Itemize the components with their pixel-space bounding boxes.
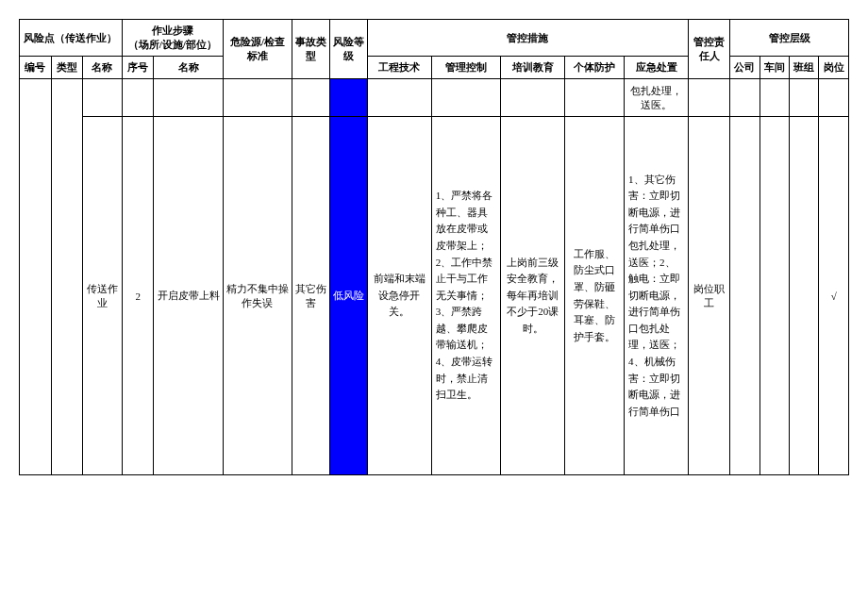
cell-name: 传送作业	[83, 117, 123, 475]
cell-seq: 2	[122, 117, 154, 475]
cell-team	[790, 117, 819, 475]
hdr-accident: 事故类型	[292, 20, 330, 79]
cell-emerg: 1、其它伤害：立即切断电源，进行简单伤口包扎处理，送医；2、触电：立即切断电源，…	[625, 117, 689, 475]
cell-eng-prev	[367, 79, 431, 117]
cell-mgmt: 1、严禁将各种工、器具放在皮带或皮带架上；2、工作中禁止干与工作无关事情；3、严…	[431, 117, 500, 475]
hdr-post: 岗位	[819, 57, 849, 79]
cell-train-prev	[501, 79, 565, 117]
hdr-control-level: 管控层级	[730, 20, 849, 57]
cell-co-prev	[730, 79, 760, 117]
hdr-train: 培训教育	[501, 57, 565, 79]
hdr-eng: 工程技术	[367, 57, 431, 79]
cell-num	[20, 79, 52, 475]
hdr-type: 类型	[51, 57, 83, 79]
cell-seq-prev	[122, 79, 154, 117]
risk-assessment-table: 风险点（传送作业） 作业步骤 （场所/设施/部位） 危险源/检查标准 事故类型 …	[19, 19, 849, 475]
hdr-mgmt: 管理控制	[431, 57, 500, 79]
cell-responsible: 岗位职工	[689, 117, 730, 475]
hdr-team: 班组	[790, 57, 819, 79]
hdr-emerg: 应急处置	[625, 57, 689, 79]
cell-accident: 其它伤害	[292, 117, 330, 475]
cell-accident-prev	[292, 79, 330, 117]
hdr-risk-level: 风险等级	[329, 20, 367, 79]
hdr-risk-point: 风险点（传送作业）	[20, 20, 123, 57]
cell-mgmt-prev	[431, 79, 500, 117]
cell-ws-prev	[760, 79, 789, 117]
cell-ppe-prev	[565, 79, 625, 117]
cell-company	[730, 117, 760, 475]
cell-post-prev	[819, 79, 849, 117]
cell-stepname-prev	[154, 79, 223, 117]
hdr-seq: 序号	[122, 57, 154, 79]
cell-team-prev	[790, 79, 819, 117]
hdr-company: 公司	[730, 57, 760, 79]
cell-post: √	[819, 117, 849, 475]
cell-train: 上岗前三级安全教育，每年再培训不少于20课时。	[501, 117, 565, 475]
hdr-name: 名称	[83, 57, 123, 79]
hdr-ppe: 个体防护	[565, 57, 625, 79]
hdr-stepname: 名称	[154, 57, 223, 79]
table-row-prev: 包扎处理，送医。	[20, 79, 849, 117]
cell-resp-prev	[689, 79, 730, 117]
cell-risk-level: 低风险	[329, 117, 367, 475]
hdr-hazard: 危险源/检查标准	[223, 20, 292, 79]
hdr-control-measures: 管控措施	[367, 20, 688, 57]
table-row: 传送作业 2 开启皮带上料 精力不集中操作失误 其它伤害 低风险 前端和末端设急…	[20, 117, 849, 475]
hdr-num: 编号	[20, 57, 52, 79]
cell-hazard-prev	[223, 79, 292, 117]
cell-hazard: 精力不集中操作失误	[223, 117, 292, 475]
cell-eng: 前端和末端设急停开关。	[367, 117, 431, 475]
cell-ppe: 工作服、防尘式口罩、防砸劳保鞋、耳塞、防护手套。	[565, 117, 625, 475]
cell-stepname: 开启皮带上料	[154, 117, 223, 475]
hdr-step-group: 作业步骤 （场所/设施/部位）	[122, 20, 223, 57]
cell-type	[51, 79, 83, 475]
hdr-responsible: 管控责任人	[689, 20, 730, 79]
hdr-workshop: 车间	[760, 57, 789, 79]
cell-name-prev	[83, 79, 123, 117]
cell-risk-prev	[329, 79, 367, 117]
cell-emerg-prev: 包扎处理，送医。	[625, 79, 689, 117]
cell-workshop	[760, 117, 789, 475]
